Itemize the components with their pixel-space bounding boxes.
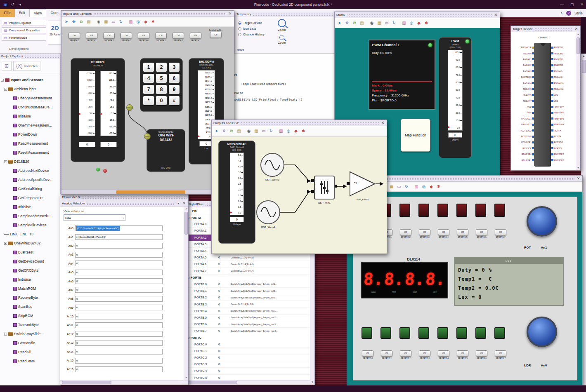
keypad-key-9[interactable]: 9	[169, 85, 180, 94]
analog-value-field[interactable]: 0	[75, 261, 163, 266]
pin-row[interactable]: PORTB.20SwitchArraySlideTop3(keypad_3x4p…	[186, 294, 310, 301]
panel-titlebar[interactable]: Matrix ✕	[335, 12, 500, 18]
analog-value-field[interactable]: 0	[75, 314, 163, 319]
chevron-down-icon[interactable]: ▾	[176, 202, 180, 205]
style-menu[interactable]: Style	[574, 11, 583, 15]
onewire-node-1[interactable]: 1Wire	[126, 104, 133, 111]
grid-icon[interactable]: ▦	[376, 20, 383, 26]
keypad-key-1[interactable]: 1	[143, 63, 154, 72]
keypad-key-hash[interactable]: #	[169, 96, 180, 105]
mcp47x6dac-component[interactable]: MCP47x6DAC DAC_Output1 (I2C CH3) 5.04.54…	[218, 141, 255, 244]
pin-row[interactable]: PORTB.60SwitchArraySlideTop3(keypad_3x4p…	[186, 321, 310, 328]
panel-titlebar[interactable]: Analog Window ▾ ✕	[60, 200, 188, 207]
tree-item[interactable]: ReadState	[1, 357, 59, 366]
slide-switch[interactable]: Off	[138, 33, 149, 39]
save-icon[interactable]: ▣	[2, 2, 8, 7]
ds18b20-component[interactable]: DS18B20 DS18B20 125.0105.085.065.045.025…	[71, 58, 125, 162]
tree-item[interactable]: GetTemperature	[1, 193, 59, 202]
keypad-key-6[interactable]: 6	[169, 74, 180, 83]
slide-switch[interactable]: Off	[419, 229, 430, 235]
camera-icon[interactable]: ◉	[246, 128, 252, 134]
copy-icon[interactable]: ⧉	[228, 128, 235, 134]
grid-icon[interactable]: ▦	[388, 183, 395, 190]
pin-row[interactable]: PORTA.70ComboBL0114(PinA7)	[186, 268, 310, 275]
camera-icon[interactable]: ◉	[369, 20, 375, 26]
menu-tab-edit[interactable]: Edit	[15, 9, 30, 17]
analog-value-field[interactable]: 0	[75, 358, 163, 364]
target-icon[interactable]: ◎	[135, 19, 142, 25]
analog-value-field[interactable]: 0	[75, 366, 163, 372]
maximize-button[interactable]: ▢	[570, 2, 574, 7]
analog-value-field[interactable]: 0	[75, 243, 163, 249]
settings-icon[interactable]: ✱	[300, 128, 307, 134]
pin-row[interactable]: PORTC.10	[186, 348, 310, 354]
slide-switch[interactable]: Off	[457, 229, 468, 235]
close-icon[interactable]: ✕	[228, 12, 232, 16]
push-button[interactable]	[475, 327, 486, 339]
window-titlebar[interactable]: ▣↺▾ Flowcode - Dedicated 2D component pa…	[0, 0, 586, 9]
slide-switch[interactable]: Off	[495, 350, 506, 357]
slide-switch[interactable]: Off	[438, 229, 449, 235]
pin-row[interactable]: PORTB.70SwitchArraySlideTop3(keypad_3x4p…	[186, 328, 310, 334]
horizontal-scrollbar[interactable]	[186, 380, 310, 385]
tree-item[interactable]: LINK_LINE_13	[1, 230, 59, 239]
paste-icon[interactable]: ▤	[236, 128, 242, 134]
chart-icon[interactable]: ▥	[278, 128, 284, 134]
tree-item[interactable]: Initialise	[1, 112, 59, 121]
pin-row[interactable]: PORTC.40	[186, 368, 310, 374]
project-explorer-titlebar[interactable]: Project Explorer	[0, 54, 60, 59]
radio-target-device[interactable]: Target Device	[238, 21, 265, 25]
chart-icon[interactable]: ▥	[128, 19, 134, 25]
cursor-icon[interactable]: ➤	[213, 128, 220, 134]
analog-value-field[interactable]: 0	[75, 331, 163, 337]
analog-value-field[interactable]: 0	[75, 270, 163, 275]
slide-switch[interactable]: Off	[103, 33, 115, 39]
push-button[interactable]	[362, 327, 372, 339]
panel-2d-button[interactable]: 2D 2D Panel	[48, 21, 62, 45]
tree-item[interactable]: ChangeMeasurement	[1, 94, 59, 103]
menu-tab-file[interactable]: File	[0, 9, 15, 17]
onewire-ds2482-component[interactable]: OneWireDS2482 One Wire DS2482 (I2C CH1)	[146, 129, 185, 172]
scroll-down-icon[interactable]: ▼	[184, 376, 188, 380]
minimize-button[interactable]: —	[560, 2, 564, 7]
slide-switch[interactable]: Off	[400, 350, 411, 357]
cursor-icon[interactable]: ➤	[63, 19, 70, 25]
menu-tab-view[interactable]: View	[29, 9, 46, 17]
target-icon[interactable]: ◎	[408, 20, 415, 26]
pin-row[interactable]: PORTC.20	[186, 354, 310, 361]
keypad-key-3[interactable]: 3	[169, 63, 180, 72]
tree-item[interactable]: MatchROM	[1, 284, 59, 293]
push-button[interactable]	[380, 327, 391, 339]
scrollbar-thumb[interactable]	[62, 381, 111, 384]
expand-icon[interactable]	[1, 79, 4, 82]
view-values-dropdown[interactable]: Raw ▾	[64, 214, 125, 221]
slide-switch[interactable]: Off	[400, 229, 411, 235]
tree-item[interactable]: AddressNextDevice	[1, 166, 59, 175]
keypad-key-7[interactable]: 7	[143, 85, 154, 94]
slide-switch[interactable]: Off	[476, 350, 487, 357]
tree-item[interactable]: ReceiveByte	[1, 293, 59, 302]
rotate-icon[interactable]: ↻	[268, 128, 274, 134]
tree-item[interactable]: AddressSpecificDev...	[1, 175, 59, 184]
diamond-icon[interactable]: ◆	[293, 128, 299, 134]
tree-item[interactable]: ReadAll	[1, 347, 59, 357]
expand-icon[interactable]	[4, 160, 7, 163]
horizontal-scrollbar[interactable]	[61, 190, 234, 194]
diamond-icon[interactable]: ◆	[142, 19, 149, 25]
analog-value-field[interactable]: 0	[75, 305, 163, 310]
close-button[interactable]: ✕	[580, 2, 584, 7]
analog-value-field[interactable]: (4:ComboBL0114(PotADC)	[75, 234, 163, 240]
panel-titlebar[interactable]: Target Device ✕	[511, 26, 580, 32]
tree-item[interactable]: PowerDown	[1, 130, 59, 139]
slide-switch[interactable]: Off	[190, 33, 201, 39]
tree-item[interactable]: ScanBus	[1, 302, 59, 311]
slide-switch[interactable]: Off	[86, 33, 97, 39]
slide-switch[interactable]: Off	[476, 229, 487, 235]
ruler-icon[interactable]: ▭	[396, 183, 402, 190]
settings-icon[interactable]: ✱	[150, 19, 156, 25]
scroll-down-icon[interactable]: ▼	[310, 380, 314, 385]
rotate-icon[interactable]: ↻	[403, 183, 410, 190]
pot-knob[interactable]	[527, 206, 557, 237]
pwm-gauge-component[interactable]: PWM Panel2 (PWM CH1) 100.090.080.070.060…	[439, 37, 472, 158]
push-button[interactable]	[456, 327, 467, 339]
